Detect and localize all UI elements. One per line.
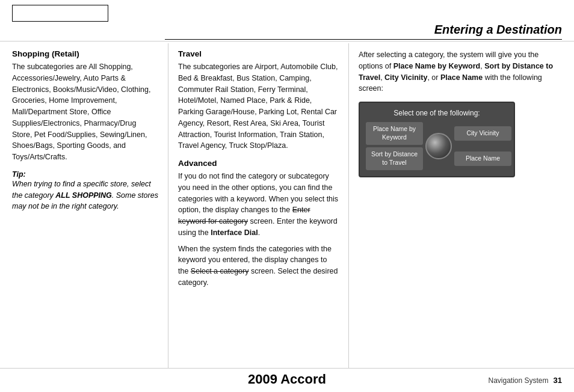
advanced-heading: Advanced bbox=[178, 159, 339, 168]
footer-right: Navigation System 31 bbox=[488, 376, 562, 385]
nav-btn-sort-distance[interactable]: Sort by Distance to Travel bbox=[366, 147, 423, 170]
shopping-body: The subcategories are All Shopping, Acce… bbox=[12, 61, 158, 163]
content-area: Shopping (Retail) The subcategories are … bbox=[0, 43, 574, 368]
footer-center-text: 2009 Accord bbox=[248, 372, 326, 387]
city-vicinity: City Vicinity bbox=[384, 73, 427, 82]
nav-screen-title: Select one of the following: bbox=[366, 109, 508, 117]
advanced-select: Select a category bbox=[191, 267, 249, 275]
nav-screen-buttons: Place Name by Keyword City Vicinity Sort… bbox=[366, 122, 508, 170]
nav-btn-place-name[interactable]: Place Name bbox=[454, 152, 511, 166]
footer-page-number: 31 bbox=[554, 376, 562, 385]
header-placeholder-rect bbox=[12, 5, 108, 22]
advanced-body3: . bbox=[258, 228, 260, 237]
travel-body: The subcategories are Airport, Automobil… bbox=[178, 61, 339, 152]
place-name: Place Name bbox=[440, 73, 483, 82]
advanced-para2: When the system finds the categories wit… bbox=[178, 243, 339, 289]
place-name-by-keyword: Place Name by Keyword bbox=[393, 62, 481, 70]
nav-screen: Select one of the following: Place Name … bbox=[359, 102, 515, 177]
col-left: Shopping (Retail) The subcategories are … bbox=[0, 43, 168, 368]
tip-text: When trying to find a specific store, se… bbox=[12, 179, 158, 212]
advanced-body: If you do not find the category or subca… bbox=[178, 171, 339, 239]
footer-nav-label: Navigation System bbox=[488, 376, 548, 385]
nav-btn-city-vicinity[interactable]: City Vicinity bbox=[454, 126, 511, 141]
col-right: After selecting a category, the system w… bbox=[349, 43, 574, 368]
footer: 2009 Accord Navigation System 31 bbox=[0, 368, 574, 392]
tip-heading: Tip: bbox=[12, 170, 158, 179]
advanced-body1: If you do not find the category or subca… bbox=[178, 172, 338, 214]
intro-text4: , or bbox=[427, 73, 440, 82]
top-divider bbox=[0, 41, 574, 41]
col-mid: Travel The subcategories are Airport, Au… bbox=[168, 43, 349, 368]
page-title: Entering a Destination bbox=[165, 23, 562, 40]
advanced-bold: Interface Dial bbox=[211, 228, 258, 237]
shopping-heading: Shopping (Retail) bbox=[12, 49, 158, 58]
tip-bold: ALL SHOPPING bbox=[55, 191, 112, 200]
nav-btn-place-name-keyword[interactable]: Place Name by Keyword bbox=[366, 122, 423, 144]
nav-dial[interactable] bbox=[425, 133, 452, 159]
right-intro: After selecting a category, the system w… bbox=[359, 49, 564, 94]
travel-heading: Travel bbox=[178, 49, 339, 58]
